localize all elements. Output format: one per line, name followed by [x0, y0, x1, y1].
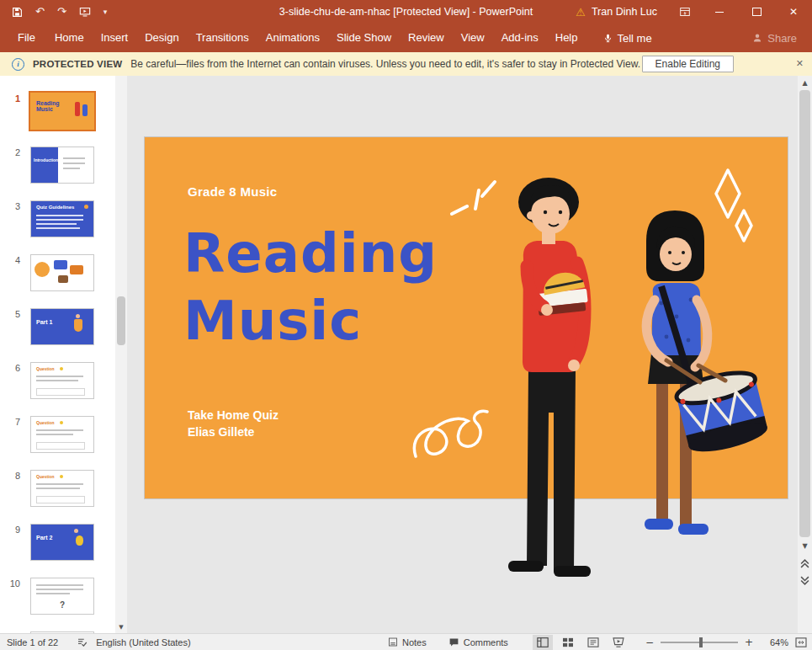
- thumbnail-box[interactable]: ?: [30, 578, 94, 615]
- start-slideshow-icon[interactable]: [79, 7, 91, 18]
- text-line: [36, 584, 83, 586]
- text-line: [36, 589, 83, 590]
- man-shoe: [508, 561, 544, 572]
- thumbnail-box[interactable]: Question: [30, 362, 94, 399]
- man-shoe: [554, 566, 591, 577]
- tab-insert[interactable]: Insert: [93, 24, 137, 52]
- protected-view-label: PROTECTED VIEW: [33, 59, 122, 69]
- tab-view[interactable]: View: [453, 24, 493, 52]
- tell-me-label: Tell me: [618, 32, 652, 45]
- thumbnail-slide-3[interactable]: 3 Quiz Guidelines: [0, 200, 115, 239]
- customize-qat-chevron-icon[interactable]: ▾: [103, 0, 108, 24]
- dismiss-bar-close-icon[interactable]: ✕: [796, 58, 804, 69]
- text-line: [63, 157, 85, 159]
- thumbnail-slide-10[interactable]: 10 ?: [0, 578, 115, 616]
- redo-icon[interactable]: ↷: [57, 0, 66, 24]
- account-name[interactable]: Tran Dinh Luc: [592, 6, 657, 18]
- thumb-figure: [82, 104, 88, 116]
- answer-box: [36, 496, 85, 503]
- thumb-title: Quiz Guidelines: [36, 205, 74, 210]
- tab-transitions[interactable]: Transitions: [188, 24, 257, 52]
- statusbar-right: Notes Comments − + 64%: [388, 635, 807, 650]
- save-icon[interactable]: [12, 7, 23, 18]
- thumbnail-box[interactable]: Question: [30, 416, 94, 453]
- scrollbar-thumb[interactable]: [799, 90, 810, 537]
- tab-home[interactable]: Home: [46, 24, 93, 52]
- titlebar: ↶ ↷ ▾ 3-slide-chu-de-am-nhac [Protected …: [0, 0, 812, 24]
- zoom-level[interactable]: 64%: [762, 637, 788, 647]
- language-indicator[interactable]: English (United States): [96, 637, 191, 647]
- share-button[interactable]: Share: [752, 32, 797, 45]
- minimize-button[interactable]: [701, 0, 738, 24]
- zoom-out-button[interactable]: −: [645, 637, 654, 648]
- scrollbar-thumb[interactable]: [117, 296, 125, 345]
- answer-box: [36, 388, 85, 396]
- notes-button[interactable]: Notes: [388, 637, 427, 647]
- scroll-up-icon[interactable]: ▲: [798, 76, 812, 89]
- thumbnail-slide-1[interactable]: 1 Reading Music: [0, 93, 115, 131]
- thumbnail-slide-7[interactable]: 7 Question: [0, 416, 115, 455]
- zoom-in-button[interactable]: +: [745, 637, 753, 648]
- thumbnail-slide-4[interactable]: 4: [0, 254, 115, 293]
- thumbnail-box[interactable]: Part 2: [30, 524, 94, 561]
- previous-slide-button[interactable]: [798, 556, 812, 571]
- thumbnail-preview: ?: [31, 578, 93, 614]
- share-label: Share: [767, 32, 797, 45]
- slide-sorter-view-button[interactable]: [558, 635, 578, 650]
- tab-animations[interactable]: Animations: [257, 24, 328, 52]
- undo-icon[interactable]: ↶: [35, 0, 45, 24]
- maximize-icon: [752, 8, 762, 16]
- enable-editing-button[interactable]: Enable Editing: [642, 56, 734, 72]
- thumbnail-slide-8[interactable]: 8 Question: [0, 470, 115, 509]
- thumbnail-scrollbar[interactable]: ▼: [115, 76, 127, 633]
- tab-design[interactable]: Design: [136, 24, 187, 52]
- tab-file[interactable]: File: [7, 24, 46, 52]
- thumbnail-slide-9[interactable]: 9 Part 2: [0, 524, 115, 562]
- vertical-scrollbar[interactable]: ▲ ▼: [798, 76, 812, 633]
- thumbnail-box[interactable]: Part 1: [30, 308, 94, 345]
- scroll-down-icon[interactable]: ▼: [798, 539, 812, 552]
- info-icon: i: [12, 58, 24, 71]
- slide-editing-area: Grade 8 Music Reading Music Take Home Qu…: [127, 76, 798, 633]
- thumbnail-slide-5[interactable]: 5 Part 1: [0, 308, 115, 347]
- thumbnail-box[interactable]: Reading Music: [29, 91, 96, 131]
- thumb-figure: [74, 319, 82, 332]
- thumbnail-slide-2[interactable]: 2 Introduction: [0, 147, 115, 185]
- slide-kicker-text[interactable]: Grade 8 Music: [188, 184, 277, 199]
- maximize-button[interactable]: [738, 0, 775, 24]
- warning-icon: ⚠: [576, 6, 586, 19]
- thumb-title: Part 1: [36, 319, 52, 325]
- reading-view-button[interactable]: [583, 635, 603, 650]
- text-line: [36, 434, 73, 435]
- ribbon-display-options-icon[interactable]: [679, 7, 691, 18]
- slide-subtitle-text[interactable]: Take Home Quiz Elias Gillete: [188, 407, 279, 440]
- close-button[interactable]: ✕: [775, 0, 812, 24]
- tab-slide-show[interactable]: Slide Show: [328, 24, 400, 52]
- comments-button[interactable]: Comments: [448, 637, 508, 647]
- slide-indicator[interactable]: Slide 1 of 22: [7, 637, 58, 647]
- thumbnail-slide-6[interactable]: 6 Question: [0, 362, 115, 401]
- thumbnail-box[interactable]: [30, 254, 94, 291]
- slide-title-text[interactable]: Reading Music: [183, 220, 438, 354]
- thumb-title: Question: [36, 420, 55, 425]
- thumb-title: Introduction: [34, 157, 58, 162]
- tell-me-box[interactable]: Tell me: [603, 32, 652, 45]
- tab-add-ins[interactable]: Add-ins: [493, 24, 547, 52]
- slide-show-button[interactable]: [608, 635, 629, 650]
- proofing-icon[interactable]: [77, 637, 88, 647]
- thumbnail-box[interactable]: Quiz Guidelines: [30, 200, 94, 237]
- thumbnail-box[interactable]: Question: [30, 470, 94, 507]
- scroll-down-icon[interactable]: ▼: [115, 621, 127, 633]
- thumbnail-box[interactable]: Introduction: [30, 147, 94, 184]
- person-icon: [752, 33, 762, 43]
- protected-view-message: Be careful—files from the Internet can c…: [130, 58, 640, 70]
- notes-label: Notes: [402, 637, 427, 647]
- slide-canvas[interactable]: Grade 8 Music Reading Music Take Home Qu…: [145, 137, 788, 498]
- tab-help[interactable]: Help: [547, 24, 586, 52]
- zoom-slider[interactable]: [661, 642, 738, 643]
- zoom-slider-thumb[interactable]: [699, 637, 703, 647]
- fit-slide-to-window-button[interactable]: [795, 637, 807, 647]
- tab-review[interactable]: Review: [400, 24, 453, 52]
- next-slide-button[interactable]: [798, 573, 812, 588]
- normal-view-button[interactable]: [533, 635, 553, 650]
